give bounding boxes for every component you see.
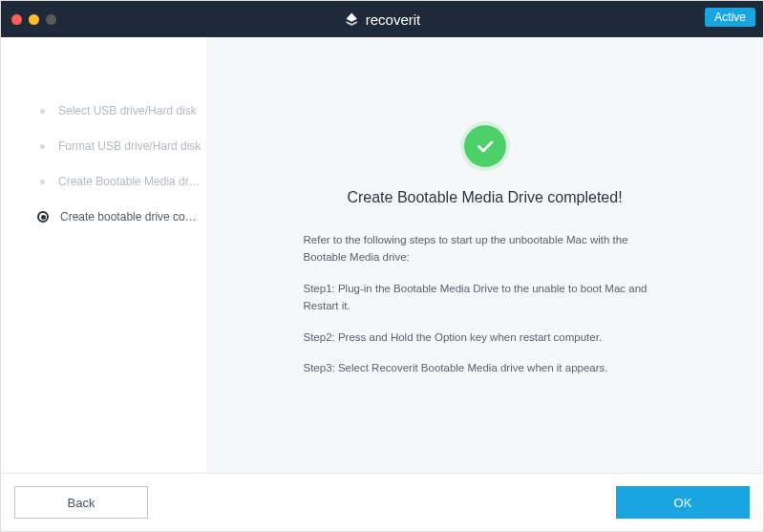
- step-complete: Create bootable drive compl...: [37, 210, 205, 223]
- step-bullet-icon: [37, 141, 47, 151]
- step-bullet-icon: [37, 177, 47, 186]
- minimize-window-icon[interactable]: [29, 14, 39, 25]
- brand-icon: [344, 11, 360, 28]
- completion-heading: Create Bootable Media Drive completed!: [347, 189, 622, 206]
- step-create-bootable: Create Bootable Media drive: [37, 175, 205, 188]
- step-active-icon: [37, 211, 49, 223]
- step-format-drive: Format USB drive/Hard disk: [37, 139, 205, 153]
- brand: recoverit: [344, 11, 421, 28]
- step-label: Create bootable drive compl...: [60, 210, 203, 223]
- success-icon: [464, 125, 506, 167]
- active-badge[interactable]: Active: [705, 8, 755, 27]
- sidebar: Select USB drive/Hard disk Format USB dr…: [1, 37, 206, 473]
- close-window-icon[interactable]: [11, 14, 22, 25]
- instructions: Refer to the following steps to start up…: [304, 231, 667, 390]
- step-label: Format USB drive/Hard disk: [58, 139, 201, 153]
- step-label: Create Bootable Media drive: [58, 175, 202, 188]
- instructions-intro: Refer to the following steps to start up…: [304, 231, 667, 266]
- titlebar: recoverit Active: [1, 1, 763, 37]
- step-bullet-icon: [37, 106, 47, 116]
- back-button[interactable]: Back: [14, 486, 148, 519]
- maximize-window-icon[interactable]: [46, 14, 56, 25]
- instructions-step1: Step1: Plug-in the Bootable Media Drive …: [304, 280, 667, 315]
- brand-text: recoverit: [366, 11, 421, 28]
- instructions-step2: Step2: Press and Hold the Option key whe…: [304, 329, 667, 346]
- step-label: Select USB drive/Hard disk: [58, 104, 197, 117]
- ok-button[interactable]: OK: [616, 486, 750, 519]
- footer: Back OK: [1, 473, 763, 531]
- instructions-step3: Step3: Select Recoverit Bootable Media d…: [304, 359, 667, 376]
- main-panel: Create Bootable Media Drive completed! R…: [206, 37, 763, 473]
- window-controls: [1, 14, 56, 25]
- step-select-drive: Select USB drive/Hard disk: [37, 104, 205, 117]
